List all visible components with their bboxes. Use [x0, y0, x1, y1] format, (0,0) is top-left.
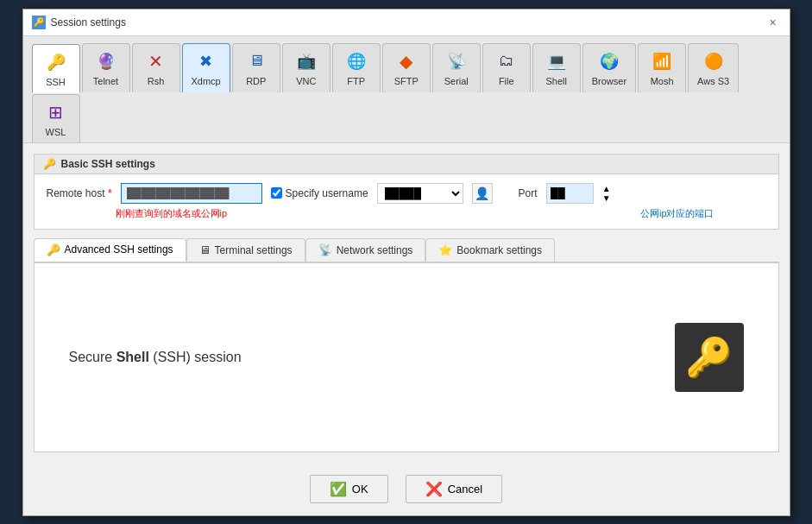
footer: ✅ OK ❌ Cancel	[23, 463, 790, 515]
advanced-ssh-icon: 🔑	[47, 243, 60, 256]
annotation-red: 刚刚查询到的域名或公网ip	[116, 207, 228, 220]
settings-title-label: Basic SSH settings	[61, 158, 155, 170]
wsl-icon: ⊞	[44, 100, 68, 124]
proto-tab-xdmcp[interactable]: ✖ Xdmcp	[182, 43, 230, 92]
ok-label: OK	[352, 483, 368, 496]
terminal-icon: 🖥	[199, 243, 211, 256]
main-panel: Secure Shell (SSH) session 🔑	[34, 262, 779, 452]
proto-tab-mosh[interactable]: 📶 Mosh	[638, 43, 686, 92]
serial-icon: 📡	[444, 49, 469, 73]
dialog-title: Session settings	[51, 16, 126, 28]
cancel-label: Cancel	[448, 483, 482, 496]
port-spin-up[interactable]: ▲▼	[602, 184, 611, 203]
settings-group-body: Remote host * Specify username █████ 👤 P…	[35, 174, 778, 229]
sub-tab-bookmark-label: Bookmark settings	[456, 244, 542, 256]
sub-tab-network-label: Network settings	[337, 244, 413, 256]
proto-label-ftp: FTP	[347, 76, 365, 86]
sftp-icon: ◆	[394, 49, 419, 73]
dialog-content: 🔑 Basic SSH settings Remote host * Speci…	[23, 143, 790, 463]
port-label: Port	[519, 187, 538, 199]
form-row-remote-host: Remote host * Specify username █████ 👤 P…	[47, 183, 766, 204]
basic-ssh-settings-group: 🔑 Basic SSH settings Remote host * Speci…	[34, 154, 779, 230]
protocol-tabs: 🔑 SSH 🔮 Telnet ✕ Rsh ✖ Xdmcp 🖥 RDP 📺 VNC…	[23, 36, 790, 143]
settings-title-icon: 🔑	[43, 158, 56, 170]
proto-label-shell: Shell	[546, 76, 567, 86]
proto-tab-browser[interactable]: 🌍 Browser	[582, 43, 636, 92]
ftp-icon: 🌐	[344, 49, 368, 73]
xdmcp-icon: ✖	[194, 49, 218, 73]
network-icon: 📡	[318, 243, 332, 256]
proto-tab-shell[interactable]: 💻 Shell	[532, 43, 581, 92]
required-marker: *	[108, 187, 112, 199]
vnc-icon: 📺	[294, 49, 318, 73]
sub-tab-advanced-ssh-label: Advanced SSH settings	[65, 243, 173, 256]
proto-label-telnet: Telnet	[93, 76, 118, 86]
ssh-icon: 🔑	[44, 50, 68, 74]
sub-tab-bookmark[interactable]: ⭐ Bookmark settings	[425, 238, 555, 262]
proto-label-ssh: SSH	[46, 77, 66, 87]
sub-tab-terminal-label: Terminal settings	[215, 244, 293, 256]
session-settings-dialog: 🔑 Session settings × 🔑 SSH 🔮 Telnet ✕ Rs…	[22, 9, 790, 516]
awss3-icon: 🟠	[702, 49, 726, 73]
remote-host-label: Remote host *	[47, 187, 112, 199]
key-icon-box: 🔑	[675, 323, 744, 392]
user-icon-button[interactable]: 👤	[472, 183, 493, 204]
proto-tab-wsl[interactable]: ⊞ WSL	[32, 94, 80, 142]
rdp-icon: 🖥	[244, 49, 268, 73]
proto-label-awss3: Aws S3	[697, 76, 729, 86]
annotation-blue: 公网ip对应的端口	[640, 207, 714, 220]
basic-ssh-settings-title: 🔑 Basic SSH settings	[35, 155, 778, 174]
mosh-icon: 📶	[650, 49, 674, 73]
dialog-icon: 🔑	[32, 16, 46, 29]
key-icon: 🔑	[685, 335, 733, 380]
proto-label-xdmcp: Xdmcp	[192, 76, 221, 86]
proto-label-serial: Serial	[444, 76, 469, 86]
proto-label-rsh: Rsh	[148, 76, 165, 86]
proto-tab-file[interactable]: 🗂 File	[482, 43, 531, 92]
telnet-icon: 🔮	[94, 49, 118, 73]
ok-button[interactable]: ✅ OK	[310, 475, 388, 503]
proto-tab-rsh[interactable]: ✕ Rsh	[132, 43, 180, 92]
title-bar: 🔑 Session settings ×	[23, 9, 790, 36]
cancel-button[interactable]: ❌ Cancel	[406, 475, 502, 503]
specify-username-checkbox[interactable]	[271, 187, 282, 199]
proto-label-file: File	[499, 76, 514, 86]
shell-icon: 💻	[544, 49, 569, 73]
proto-tab-rdp[interactable]: 🖥 RDP	[232, 43, 280, 92]
sub-tab-advanced-ssh[interactable]: 🔑 Advanced SSH settings	[34, 238, 186, 262]
proto-tab-vnc[interactable]: 📺 VNC	[282, 43, 330, 92]
browser-icon: 🌍	[597, 49, 621, 73]
specify-username-label: Specify username	[286, 187, 368, 199]
proto-label-sftp: SFTP	[394, 76, 419, 86]
proto-label-browser: Browser	[592, 76, 626, 86]
proto-tab-sftp[interactable]: ◆ SFTP	[382, 43, 431, 92]
sub-tab-network[interactable]: 📡 Network settings	[305, 238, 426, 262]
session-text-plain: Secure	[69, 350, 116, 364]
proto-tab-awss3[interactable]: 🟠 Aws S3	[688, 43, 739, 92]
username-dropdown[interactable]: █████	[377, 183, 463, 204]
remote-host-input[interactable]	[121, 183, 262, 204]
cancel-icon: ❌	[425, 481, 443, 497]
session-text-rest: (SSH) session	[149, 350, 242, 364]
proto-label-wsl: WSL	[46, 127, 66, 137]
title-bar-left: 🔑 Session settings	[32, 16, 126, 29]
proto-tab-ssh[interactable]: 🔑 SSH	[32, 44, 80, 93]
proto-label-rdp: RDP	[246, 76, 266, 86]
proto-label-vnc: VNC	[296, 76, 316, 86]
sub-tab-terminal[interactable]: 🖥 Terminal settings	[186, 238, 305, 262]
bookmark-icon: ⭐	[438, 243, 452, 256]
proto-tab-telnet[interactable]: 🔮 Telnet	[82, 43, 130, 92]
file-icon: 🗂	[494, 49, 519, 73]
ok-icon: ✅	[330, 481, 347, 497]
annotations-row: 刚刚查询到的域名或公网ip 公网ip对应的端口	[47, 204, 766, 220]
session-description: Secure Shell (SSH) session	[69, 350, 242, 365]
session-text-bold: Shell	[116, 350, 149, 364]
proto-tab-serial[interactable]: 📡 Serial	[432, 43, 481, 92]
rsh-icon: ✕	[144, 49, 168, 73]
port-input[interactable]	[546, 183, 594, 204]
specify-username-checkbox-label[interactable]: Specify username	[271, 187, 368, 199]
proto-tab-ftp[interactable]: 🌐 FTP	[332, 43, 381, 92]
close-button[interactable]: ×	[765, 15, 781, 30]
proto-label-mosh: Mosh	[651, 76, 674, 86]
sub-tabs: 🔑 Advanced SSH settings 🖥 Terminal setti…	[34, 238, 779, 262]
